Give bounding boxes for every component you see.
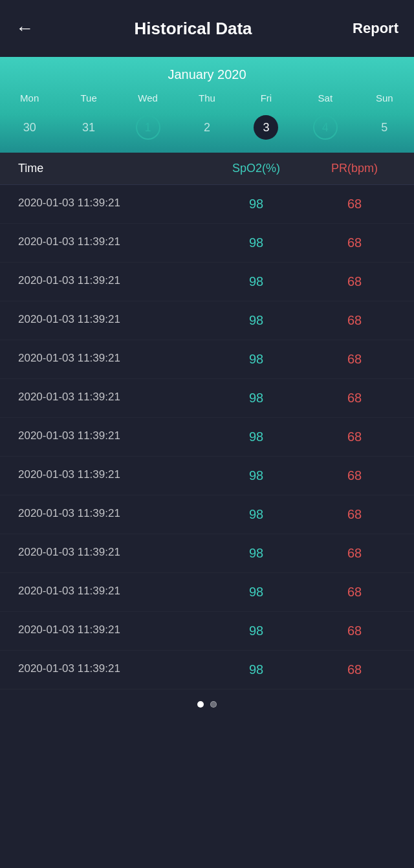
table-row: 2020-01-03 11:39:219868 xyxy=(0,651,414,689)
row-pr: 68 xyxy=(305,274,404,289)
row-time: 2020-01-03 11:39:21 xyxy=(10,352,207,367)
table-row: 2020-01-03 11:39:219868 xyxy=(0,185,414,224)
row-time: 2020-01-03 11:39:21 xyxy=(10,624,207,638)
calendar: January 2020 MonTueWedThuFriSatSun 30311… xyxy=(0,57,414,153)
row-spo2: 98 xyxy=(207,546,305,561)
row-spo2: 98 xyxy=(207,197,305,212)
weekday-label: Thu xyxy=(177,90,236,106)
table-row: 2020-01-03 11:39:219868 xyxy=(0,612,414,651)
column-spo2: SpO2(%) xyxy=(207,162,305,175)
row-pr: 68 xyxy=(305,352,404,367)
pagination xyxy=(0,689,414,715)
weekday-label: Wed xyxy=(118,90,177,106)
table-row: 2020-01-03 11:39:219868 xyxy=(0,263,414,301)
weekday-label: Mon xyxy=(0,90,59,106)
table-row: 2020-01-03 11:39:219868 xyxy=(0,573,414,612)
row-pr: 68 xyxy=(305,313,404,328)
row-spo2: 98 xyxy=(207,429,305,444)
table-row: 2020-01-03 11:39:219868 xyxy=(0,340,414,379)
row-time: 2020-01-03 11:39:21 xyxy=(10,468,207,483)
column-pr: PR(bpm) xyxy=(305,162,404,175)
table-row: 2020-01-03 11:39:219868 xyxy=(0,301,414,340)
row-pr: 68 xyxy=(305,197,404,212)
calendar-day[interactable]: 2 xyxy=(177,110,236,145)
table-row: 2020-01-03 11:39:219868 xyxy=(0,418,414,457)
row-time: 2020-01-03 11:39:21 xyxy=(10,235,207,250)
row-time: 2020-01-03 11:39:21 xyxy=(10,546,207,561)
weekday-label: Sun xyxy=(355,90,414,106)
calendar-days: 303112345 xyxy=(0,110,414,145)
weekday-label: Fri xyxy=(237,90,296,106)
row-time: 2020-01-03 11:39:21 xyxy=(10,313,207,328)
row-time: 2020-01-03 11:39:21 xyxy=(10,197,207,212)
column-time: Time xyxy=(10,162,207,175)
row-time: 2020-01-03 11:39:21 xyxy=(10,507,207,522)
table-row: 2020-01-03 11:39:219868 xyxy=(0,224,414,263)
row-pr: 68 xyxy=(305,468,404,483)
row-pr: 68 xyxy=(305,235,404,250)
weekday-label: Sat xyxy=(296,90,354,106)
app-header: ← Historical Data Report xyxy=(0,0,414,57)
row-spo2: 98 xyxy=(207,662,305,677)
row-pr: 68 xyxy=(305,507,404,522)
row-spo2: 98 xyxy=(207,391,305,406)
row-spo2: 98 xyxy=(207,468,305,483)
calendar-weekdays: MonTueWedThuFriSatSun xyxy=(0,90,414,106)
row-time: 2020-01-03 11:39:21 xyxy=(10,391,207,406)
calendar-day[interactable]: 30 xyxy=(0,110,59,145)
table-row: 2020-01-03 11:39:219868 xyxy=(0,534,414,573)
row-spo2: 98 xyxy=(207,585,305,600)
page-title: Historical Data xyxy=(135,19,252,39)
table-body: 2020-01-03 11:39:2198682020-01-03 11:39:… xyxy=(0,185,414,689)
row-time: 2020-01-03 11:39:21 xyxy=(10,429,207,444)
row-spo2: 98 xyxy=(207,274,305,289)
report-button[interactable]: Report xyxy=(353,20,398,37)
calendar-day[interactable]: 4 xyxy=(296,110,354,145)
calendar-day[interactable]: 3 xyxy=(237,110,296,145)
row-spo2: 98 xyxy=(207,235,305,250)
row-time: 2020-01-03 11:39:21 xyxy=(10,585,207,600)
row-pr: 68 xyxy=(305,429,404,444)
table-row: 2020-01-03 11:39:219868 xyxy=(0,495,414,534)
row-spo2: 98 xyxy=(207,507,305,522)
table-header: Time SpO2(%) PR(bpm) xyxy=(0,153,414,185)
table-row: 2020-01-03 11:39:219868 xyxy=(0,457,414,495)
table-row: 2020-01-03 11:39:219868 xyxy=(0,379,414,418)
calendar-day[interactable]: 5 xyxy=(355,110,414,145)
row-time: 2020-01-03 11:39:21 xyxy=(10,662,207,677)
row-spo2: 98 xyxy=(207,352,305,367)
row-pr: 68 xyxy=(305,585,404,600)
back-button[interactable]: ← xyxy=(16,18,34,39)
row-pr: 68 xyxy=(305,662,404,677)
calendar-day[interactable]: 31 xyxy=(59,110,118,145)
row-pr: 68 xyxy=(305,391,404,406)
calendar-month: January 2020 xyxy=(0,67,414,82)
row-spo2: 98 xyxy=(207,624,305,638)
weekday-label: Tue xyxy=(59,90,118,106)
pagination-dot-active[interactable] xyxy=(197,701,204,708)
row-pr: 68 xyxy=(305,624,404,638)
row-pr: 68 xyxy=(305,546,404,561)
row-spo2: 98 xyxy=(207,313,305,328)
calendar-day[interactable]: 1 xyxy=(118,110,177,145)
pagination-dot-inactive[interactable] xyxy=(210,701,217,708)
row-time: 2020-01-03 11:39:21 xyxy=(10,274,207,289)
